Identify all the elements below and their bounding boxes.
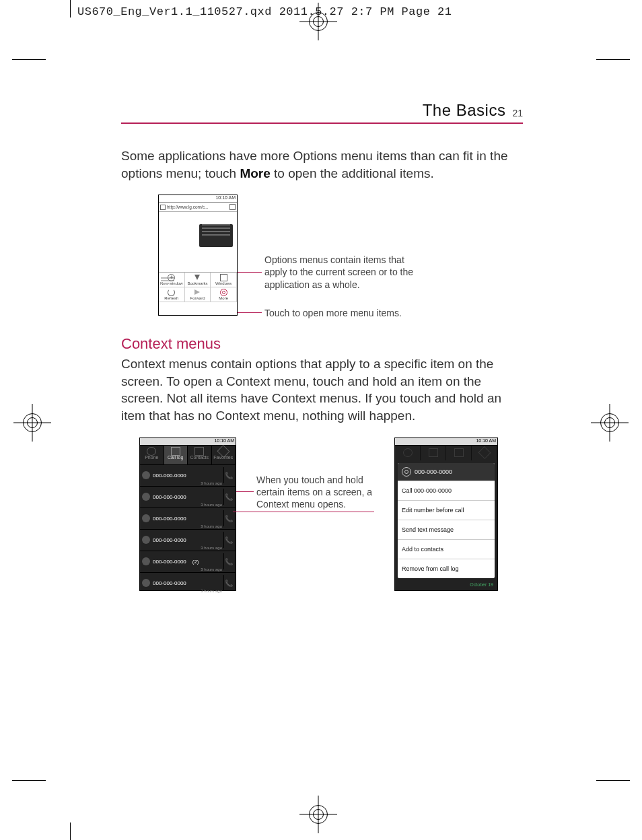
figure-options-menu: 10:10 AM http://www.lg.com/c... New wind… <box>158 195 523 319</box>
crop-mark <box>12 780 46 781</box>
option-more: More <box>211 287 237 302</box>
call-number: 000-000-0000 <box>153 473 223 479</box>
leader-line <box>238 272 262 273</box>
call-direction-icon <box>142 514 150 522</box>
dimmed-tabs <box>395 446 497 460</box>
option-label: Refresh <box>164 296 178 300</box>
context-menu-title: 000-000-0000 <box>398 463 495 481</box>
call-direction-icon <box>142 579 150 587</box>
tab-label: Phone <box>145 455 158 460</box>
clock-icon <box>147 447 156 456</box>
crop-mark <box>596 780 630 781</box>
call-time: 3 hours ago <box>201 567 222 571</box>
registration-mark <box>306 802 330 827</box>
context-menu-item: Remove from call log <box>398 559 495 578</box>
call-time: 3 hours ago <box>201 546 222 550</box>
crop-mark <box>70 823 71 840</box>
phone-icon: 📞 <box>223 467 234 483</box>
section-title: The Basics <box>423 101 506 120</box>
context-menu-item: Edit number before call <box>398 500 495 520</box>
call-log-entry: 000-000-0000 (2)3 hours ago📞 <box>140 551 236 572</box>
bookmark-toggle-icon <box>229 204 236 210</box>
call-direction-icon <box>142 493 150 501</box>
annotation-row: Options menus contain items that apply t… <box>238 254 416 291</box>
call-time: 3 hours ago <box>201 503 222 507</box>
call-log-screenshot: 10:10 AM Phone Call log Contacts Favorit… <box>139 438 236 591</box>
options-menu-grid: New window Bookmarks Windows Refresh For… <box>159 272 237 302</box>
call-log-entry: 000-000-00003 hours ago📞 <box>140 486 236 508</box>
phone-icon: 📞 <box>223 510 234 526</box>
context-menu-item: Send text message <box>398 520 495 539</box>
tab-phone: Phone <box>140 446 164 464</box>
tab-contacts-dim <box>446 446 472 460</box>
target-icon <box>402 467 411 477</box>
call-direction-icon <box>142 471 150 479</box>
clock-icon <box>403 448 413 457</box>
tab-call-log-dim <box>421 446 446 460</box>
crop-mark <box>70 0 71 18</box>
url-text: http://www.lg.com/c... <box>167 205 229 209</box>
context-menu-item: Add to contacts <box>398 539 495 559</box>
call-number: 000-000-0000 <box>153 580 223 586</box>
call-time: 3 hours ago <box>201 481 222 485</box>
call-time: 3 hours ago <box>201 524 222 528</box>
status-time: 10:10 AM <box>214 438 234 443</box>
figure-context-menu: 10:10 AM Phone Call log Contacts Favorit… <box>139 438 523 591</box>
intro-text-2: to open the additional items. <box>271 166 434 180</box>
refresh-icon <box>168 289 175 296</box>
option-forward: Forward <box>185 287 211 302</box>
registration-mark <box>20 411 44 435</box>
call-number: 000-000-0000 <box>153 494 223 500</box>
annotation-row: When you touch and hold certain items on… <box>236 474 391 511</box>
annotation-options-text: Options menus contain items that apply t… <box>264 254 416 291</box>
page-icon <box>160 205 166 210</box>
leader-line-to-context <box>233 512 374 512</box>
context-title-number: 000-000-0000 <box>415 468 452 475</box>
annotation-more-touch-text: Touch to open more menu items. <box>264 307 402 319</box>
manual-page: US670_Eng_Ver1.1_110527.qxd 2011.5.27 2:… <box>0 0 642 840</box>
page-number: 21 <box>512 108 523 118</box>
phone-icon: 📞 <box>223 553 234 569</box>
browser-screenshot: 10:10 AM http://www.lg.com/c... New wind… <box>158 195 238 316</box>
heading-context-menus: Context menus <box>121 335 523 353</box>
call-number: 000-000-0000 (2) <box>153 559 223 565</box>
status-bar: 10:10 AM <box>395 438 497 446</box>
crop-mark <box>12 59 46 60</box>
option-refresh: Refresh <box>159 287 185 302</box>
tab-contacts: Contacts <box>188 446 212 464</box>
browser-viewport <box>159 224 237 272</box>
status-bar: 10:10 AM <box>140 438 236 446</box>
more-circle-icon <box>220 289 227 296</box>
context-menu-panel: 000-000-0000 Call 000-000-0000 Edit numb… <box>398 463 495 578</box>
crop-mark <box>596 59 630 60</box>
content-column: Some applications have more Options menu… <box>121 135 523 591</box>
contacts-icon <box>454 448 464 457</box>
annotation-middle: When you touch and hold certain items on… <box>236 474 391 513</box>
registration-mark <box>598 411 622 435</box>
call-number: 000-000-0000 <box>153 537 223 543</box>
contacts-icon <box>194 447 204 456</box>
tab-favorites: Favorites <box>212 446 236 464</box>
status-time: 10:10 AM <box>215 195 236 200</box>
option-label: More <box>219 296 228 300</box>
annotation-row: Touch to open more menu items. <box>238 307 416 319</box>
annotation-column: Options menus contain items that apply t… <box>238 254 416 319</box>
phone-icon: 📞 <box>223 575 234 591</box>
call-log-entry: 000-000-00003 hours ago📞 <box>140 529 236 551</box>
status-bar: 10:10 AM <box>159 195 237 203</box>
phone-icon: 📞 <box>223 489 234 505</box>
page-popup <box>199 224 233 247</box>
tab-call-log: Call log <box>164 446 188 464</box>
tab-label: Contacts <box>190 455 209 460</box>
context-menu-screenshot: 10:10 AM 000-000-0000 Call 000-000-0000 … <box>394 438 498 591</box>
leader-line <box>238 312 262 313</box>
call-log-list: 000-000-00003 hours ago📞 000-000-00003 h… <box>140 464 236 594</box>
intro-more-label: More <box>240 166 270 180</box>
leader-line <box>236 491 254 492</box>
tab-phone-dim <box>395 446 421 460</box>
option-label: Forward <box>190 296 205 300</box>
context-footer-date: October 19 <box>395 581 497 588</box>
star-icon <box>478 446 491 459</box>
print-file-header: US670_Eng_Ver1.1_110527.qxd 2011.5.27 2:… <box>77 5 452 18</box>
tab-favorites-dim <box>472 446 497 460</box>
